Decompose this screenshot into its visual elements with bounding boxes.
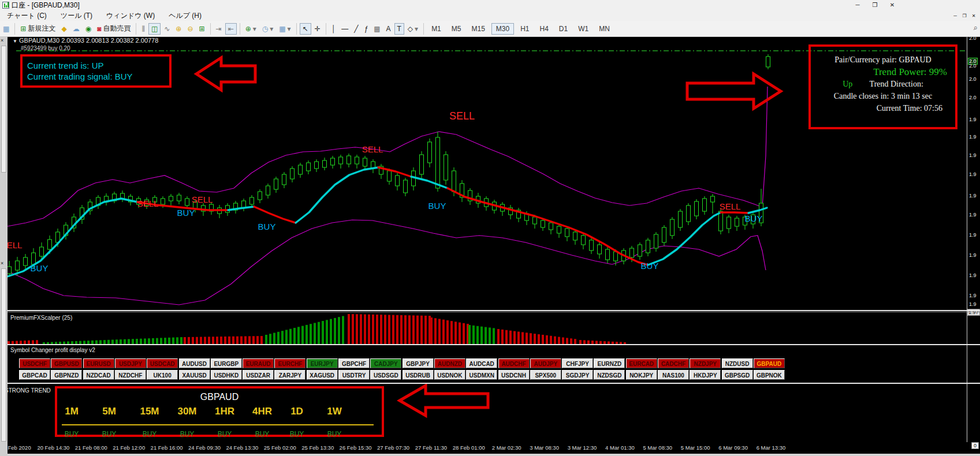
symbol-cell-usdchf[interactable]: USDCHF [19,358,50,368]
symbol-cell-nokjpy[interactable]: NOKJPY [626,370,657,380]
timeframe-button-d1[interactable]: D1 [555,24,572,34]
menu-item[interactable]: ヘルプ (H) [162,10,208,21]
symbol-cell-gbpjpy[interactable]: GBPJPY [403,358,434,368]
template-icon[interactable]: ▦▾ [277,24,293,34]
period-icon[interactable]: ◷▾ [260,24,276,34]
symbol-cell-usdcad[interactable]: USDCAD [147,358,178,368]
symbol-cell-eurcad[interactable]: EURCAD [626,358,657,368]
symbol-cell-usdnok[interactable]: USDNOK [434,370,465,380]
text-box-icon[interactable]: T [394,23,404,35]
child-minimize-button[interactable]: ─ [951,12,959,20]
zoom-out-icon[interactable]: ⊖ [185,24,195,34]
symbol-cell-xauusd[interactable]: XAUUSD [179,370,210,380]
symbol-cell-nzdcad[interactable]: NZDCAD [83,370,114,380]
zoom-in-icon[interactable]: ⊕ [173,24,184,34]
symbol-cell-chfjpy[interactable]: CHFJPY [562,358,593,368]
symbol-cell-gbpcad[interactable]: GBPCAD [19,370,50,380]
tile-windows-icon[interactable]: ⊞ [196,24,207,34]
price-axis[interactable]: 2.02.02.02.02.01.91.91.91.91.91.91.91.91… [967,36,980,442]
pane-separator[interactable] [0,383,980,384]
timeframe-button-h4[interactable]: H4 [536,24,553,34]
symbol-cell-gbpaud[interactable]: GBPAUD [754,358,785,368]
symbol-cell-nzdusd[interactable]: NZDUSD [722,358,753,368]
timeframe-button-m15[interactable]: M15 [467,24,489,34]
indicators-icon[interactable]: ⊕▾ [243,24,259,34]
trendline-icon[interactable]: ╱ [352,24,360,34]
dock-splitter[interactable] [1,268,6,442]
symbol-cell-xagusd[interactable]: XAGUSD [307,370,338,380]
grid-icon[interactable]: ▩ [371,24,382,34]
symbol-cell-eurnzd[interactable]: EURNZD [594,358,625,368]
chart-shift-icon[interactable]: ⇤ [225,23,237,35]
symbol-cell-euraud[interactable]: EURAUD [243,358,274,368]
fibonacci-icon[interactable]: ƒ [362,24,370,34]
symbol-cell-zarjpy[interactable]: ZARJPY [274,370,305,380]
vertical-line-icon[interactable]: │ [329,24,338,34]
symbol-cell-usdcnh[interactable]: USDCNH [498,370,530,380]
symbol-cell-gbpsgd[interactable]: GBPSGD [722,370,753,380]
timeframe-button-w1[interactable]: W1 [574,24,593,34]
pane-separator[interactable] [0,344,980,345]
dock-close-icon[interactable]: × [1,38,3,43]
symbol-cell-hkdjpy[interactable]: HKDJPY [690,370,721,380]
child-close-button[interactable]: ✕ [970,12,978,20]
close-button[interactable]: ✕ [885,1,899,9]
symbol-cell-spx500[interactable]: SPX500 [530,370,561,380]
symbol-cell-eurusd[interactable]: EURUSD [83,358,114,368]
symbol-cell-nzdchf[interactable]: NZDCHF [115,370,146,380]
symbol-cell-usdhkd[interactable]: USDHKD [211,370,242,380]
search-magnifier-icon[interactable]: ⌕ [974,23,978,32]
child-restore-button[interactable]: ❐ [960,12,968,20]
symbol-cell-gbpusd[interactable]: GBPUSD [51,358,82,368]
dock-splitter[interactable] [1,46,6,173]
symbol-cell-usdrub[interactable]: USDRUB [403,370,434,380]
timeframe-button-mn[interactable]: MN [595,24,614,34]
signal-icon[interactable]: ◉ [83,24,94,34]
symbol-cell-usdtry[interactable]: USDTRY [338,370,370,380]
timeframe-button-m5[interactable]: M5 [448,24,465,34]
menu-item[interactable]: ウィンドウ (W) [99,10,162,21]
symbol-cell-gbpnok[interactable]: GBPNOK [754,370,785,380]
pane-separator[interactable] [0,310,980,311]
symbol-cell-audjpy[interactable]: AUDJPY [530,358,561,368]
minimize-button[interactable]: ─ [851,1,865,9]
line-chart-mode-icon[interactable]: ∿ [162,24,172,34]
symbol-cell-nzdsgd[interactable]: NZDSGD [594,370,625,380]
cursor-icon[interactable]: ↖ [300,23,311,35]
autotrade-button[interactable]: ◙自動売買 [95,23,133,35]
symbol-cell-usdmxn[interactable]: USDMXN [466,370,497,380]
market-watch-icon[interactable]: ▦ [1,24,12,34]
symbol-cell-gbpchf[interactable]: GBPCHF [338,358,370,368]
symbol-cell-audusd[interactable]: AUDUSD [179,358,210,368]
timeframe-button-m1[interactable]: M1 [427,24,445,34]
symbol-cell-eurchf[interactable]: EURCHF [274,358,305,368]
maximize-button[interactable]: ❐ [868,1,882,9]
symbol-cell-eurgbp[interactable]: EURGBP [211,358,242,368]
symbol-cell-nzdjpy[interactable]: NZDJPY [690,358,721,368]
symbol-cell-usdzar[interactable]: USDZAR [243,370,274,380]
candle-chart-mode-icon[interactable]: ◫ [148,23,161,35]
indicator-pane[interactable] [8,312,967,344]
timeframe-button-m30[interactable]: M30 [491,23,514,35]
symbol-cell-eurjpy[interactable]: EURJPY [307,358,338,368]
text-label-icon[interactable]: A [384,24,393,34]
collapse-arrow-icon[interactable]: ▼ [13,39,17,44]
menu-item[interactable]: チャート (C) [0,10,54,21]
menu-item[interactable]: ツール (T) [54,10,99,21]
symbol-cell-audcad[interactable]: AUDCAD [466,358,497,368]
horizontal-line-icon[interactable]: — [339,24,351,34]
crosshair-icon[interactable]: ✛ [312,24,323,34]
cloud-icon[interactable]: ☁ [70,24,82,34]
symbol-cell-uk100[interactable]: UK100 [147,370,178,380]
chart-window-icon[interactable]: ◆ [59,24,69,34]
new-order-button[interactable]: ⊞新規注文 [18,23,58,35]
date-axis[interactable]: 19 Feb 202020 Feb 14:3021 Feb 08:0021 Fe… [0,442,980,454]
symbol-cell-usdsgd[interactable]: USDSGD [370,370,401,380]
timeframe-button-h1[interactable]: H1 [516,24,533,34]
symbol-cell-gbpnzd[interactable]: GBPNZD [51,370,82,380]
dock-close-icon[interactable]: × [1,260,3,266]
symbol-cell-cadjpy[interactable]: CADJPY [370,358,401,368]
symbol-cell-sgdjpy[interactable]: SGDJPY [562,370,593,380]
shapes-icon[interactable]: ◇▾ [405,24,420,34]
auto-scroll-icon[interactable]: ⇥ [214,24,224,34]
